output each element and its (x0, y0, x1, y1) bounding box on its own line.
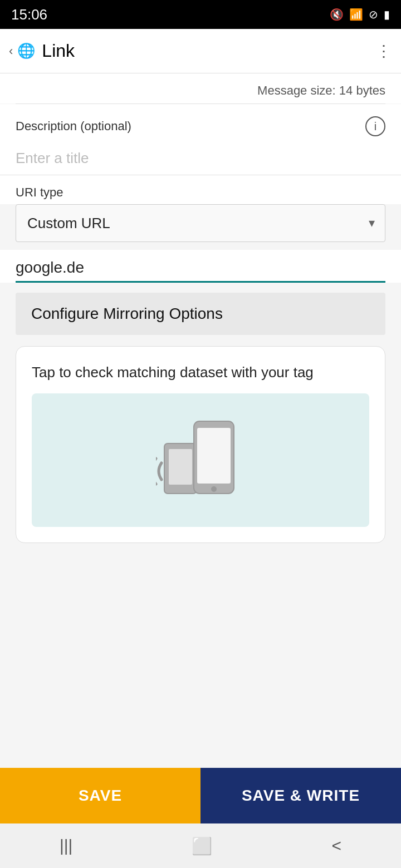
description-label: Description (optional) (16, 119, 131, 134)
url-input[interactable] (16, 253, 385, 283)
svg-rect-3 (197, 428, 231, 484)
description-row: Description (optional) i (0, 104, 401, 142)
main-content: Message size: 14 bytes Description (opti… (0, 73, 401, 768)
status-time: 15:06 (11, 6, 47, 23)
title-input[interactable] (0, 142, 401, 175)
info-icon: i (374, 120, 376, 133)
uri-type-label: URI type (0, 175, 401, 204)
nfc-phone-icon (156, 416, 245, 505)
tap-check-text: Tap to check matching dataset with your … (32, 362, 369, 382)
bottom-buttons: SAVE SAVE & WRITE (0, 768, 401, 823)
nav-home-icon[interactable]: ⬜ (192, 836, 212, 856)
globe-icon: 🌐 (17, 42, 35, 60)
wifi-icon: 📶 (349, 8, 363, 21)
uri-type-dropdown-wrapper[interactable]: Custom URL https:// http:// tel: mailto:… (16, 204, 385, 242)
url-input-wrapper (0, 250, 401, 283)
save-and-write-button[interactable]: SAVE & WRITE (200, 768, 401, 823)
info-button[interactable]: i (365, 116, 385, 136)
nav-menu-icon[interactable]: ||| (60, 836, 72, 855)
nav-bar: ||| ⬜ < (0, 823, 401, 868)
svg-point-4 (211, 486, 217, 492)
uri-type-dropdown[interactable]: Custom URL https:// http:// tel: mailto: (16, 205, 385, 241)
more-options-icon[interactable]: ⋮ (376, 42, 392, 60)
tap-check-visual (32, 393, 369, 527)
svg-rect-1 (169, 449, 192, 485)
page-title: Link (42, 41, 376, 61)
nav-back-icon[interactable]: < (331, 836, 341, 855)
blocked-icon: ⊘ (369, 8, 378, 21)
status-icons: 🔇 📶 ⊘ ▮ (330, 8, 390, 21)
mute-icon: 🔇 (330, 8, 344, 21)
message-size-label: Message size: (257, 83, 336, 97)
message-size: Message size: 14 bytes (0, 73, 401, 103)
app-bar: ‹ 🌐 Link ⋮ (0, 29, 401, 73)
back-arrow-icon: ‹ (9, 44, 13, 58)
battery-icon: ▮ (384, 8, 390, 21)
tap-check-card[interactable]: Tap to check matching dataset with your … (16, 346, 385, 543)
message-size-value: 14 bytes (339, 83, 385, 97)
configure-mirroring-button[interactable]: Configure Mirroring Options (16, 293, 385, 335)
back-button[interactable]: ‹ 🌐 (9, 42, 35, 60)
save-button[interactable]: SAVE (0, 768, 200, 823)
status-bar: 15:06 🔇 📶 ⊘ ▮ (0, 0, 401, 29)
